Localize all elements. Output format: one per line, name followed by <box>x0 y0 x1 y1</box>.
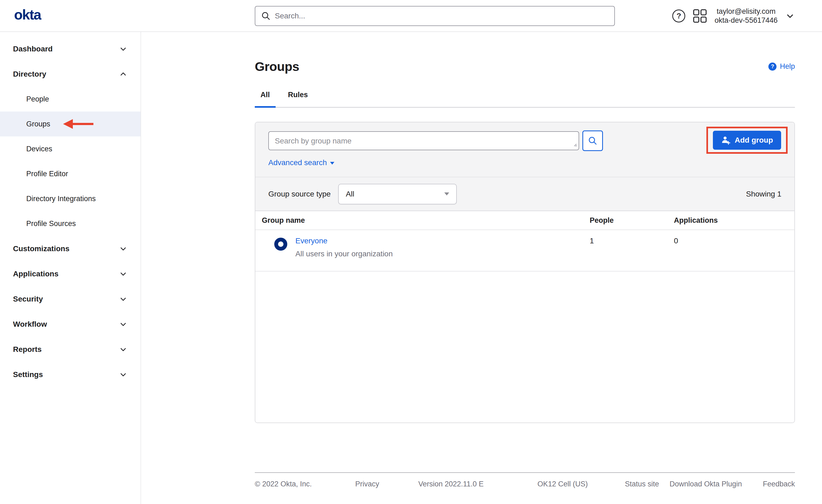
header-actions: ? taylor@elisity.com okta-dev-55617446 <box>672 0 795 32</box>
add-group-label: Add group <box>735 136 773 144</box>
sidebar-item-settings[interactable]: Settings <box>0 362 140 387</box>
resize-handle[interactable] <box>572 142 578 147</box>
search-section: Add group Advanced search <box>255 122 794 177</box>
annotation-box: Add group <box>706 127 788 154</box>
sidebar: Dashboard Directory People Groups Device… <box>0 32 141 504</box>
sidebar-item-directory-integrations[interactable]: Directory Integrations <box>0 186 140 211</box>
sidebar-item-label: Applications <box>13 270 58 278</box>
groups-table: Group name People Applications Everyone … <box>255 210 794 423</box>
group-search-input[interactable] <box>268 131 579 150</box>
sidebar-item-label: Settings <box>13 370 43 379</box>
sidebar-item-reports[interactable]: Reports <box>0 337 140 362</box>
chevron-down-icon <box>119 295 127 303</box>
footer-status-site-link[interactable]: Status site <box>625 480 659 488</box>
footer-cell: OK12 Cell (US) <box>537 480 588 488</box>
caret-down-icon <box>444 192 449 195</box>
group-name-link[interactable]: Everyone <box>295 236 393 245</box>
sidebar-item-security[interactable]: Security <box>0 287 140 312</box>
groups-panel: Add group Advanced search Group source t… <box>255 122 795 423</box>
sidebar-item-groups[interactable]: Groups <box>0 111 140 136</box>
sidebar-item-label: Devices <box>26 145 52 153</box>
source-type-section: Group source type All Showing 1 <box>255 177 794 210</box>
help-icon[interactable]: ? <box>672 9 685 22</box>
advanced-search-link[interactable]: Advanced search <box>268 158 334 167</box>
sidebar-item-label: Groups <box>26 120 50 128</box>
page-title: Groups <box>255 59 299 74</box>
sidebar-item-applications[interactable]: Applications <box>0 261 140 287</box>
tab-rules[interactable]: Rules <box>282 91 314 108</box>
okta-logo[interactable]: okta <box>14 6 41 23</box>
annotation-arrow <box>63 119 93 129</box>
footer-feedback-link[interactable]: Feedback <box>763 480 795 488</box>
source-type-value: All <box>346 190 354 198</box>
footer-privacy-link[interactable]: Privacy <box>355 480 379 488</box>
sidebar-item-label: Security <box>13 295 43 304</box>
sidebar-item-label: People <box>26 95 49 103</box>
help-link-label: Help <box>780 62 795 71</box>
footer-version: Version 2022.11.0 E <box>418 480 484 488</box>
search-button[interactable] <box>582 130 603 151</box>
source-type-label: Group source type <box>268 190 331 198</box>
showing-count: Showing 1 <box>746 190 781 198</box>
chevron-down-icon <box>119 346 127 353</box>
sidebar-item-label: Dashboard <box>13 45 52 53</box>
help-link[interactable]: ? Help <box>768 62 795 71</box>
sidebar-item-profile-editor[interactable]: Profile Editor <box>0 161 140 186</box>
sidebar-item-devices[interactable]: Devices <box>0 136 140 161</box>
account-menu[interactable]: taylor@elisity.com okta-dev-55617446 <box>715 7 778 25</box>
chevron-down-icon <box>119 371 127 378</box>
chevron-down-icon <box>119 245 127 253</box>
group-description: All users in your organization <box>295 249 393 258</box>
footer: © 2022 Okta, Inc. Privacy Version 2022.1… <box>255 472 795 498</box>
tab-all[interactable]: All <box>255 91 276 108</box>
applications-count: 0 <box>674 236 788 245</box>
sidebar-item-workflow[interactable]: Workflow <box>0 312 140 337</box>
table-header: Group name People Applications <box>255 211 794 230</box>
sidebar-item-label: Directory <box>13 70 46 78</box>
chevron-down-icon[interactable] <box>785 11 795 21</box>
advanced-search-label: Advanced search <box>268 158 327 167</box>
sidebar-item-label: Directory Integrations <box>26 194 96 203</box>
apps-grid-icon[interactable] <box>693 9 707 23</box>
sidebar-item-customizations[interactable]: Customizations <box>0 236 140 261</box>
global-search[interactable] <box>255 6 615 26</box>
column-people: People <box>590 216 674 225</box>
add-user-icon <box>721 135 731 145</box>
chevron-up-icon <box>119 70 127 78</box>
sidebar-item-label: Profile Sources <box>26 219 76 228</box>
chevron-down-icon <box>119 270 127 278</box>
help-badge-icon: ? <box>768 62 777 71</box>
sidebar-item-directory[interactable]: Directory <box>0 61 140 87</box>
sidebar-item-label: Customizations <box>13 244 69 253</box>
search-icon <box>261 11 271 21</box>
footer-download-plugin-link[interactable]: Download Okta Plugin <box>670 480 742 488</box>
sidebar-item-label: Workflow <box>13 320 47 329</box>
people-count: 1 <box>590 236 674 245</box>
account-org: okta-dev-55617446 <box>715 16 778 25</box>
search-icon <box>588 136 597 145</box>
add-group-button[interactable]: Add group <box>713 131 781 150</box>
column-applications: Applications <box>674 216 788 225</box>
account-email: taylor@elisity.com <box>715 7 778 16</box>
sidebar-item-label: Reports <box>13 345 42 354</box>
caret-down-icon <box>330 162 334 164</box>
sidebar-item-people[interactable]: People <box>0 87 140 111</box>
sidebar-item-profile-sources[interactable]: Profile Sources <box>0 211 140 236</box>
group-icon <box>274 237 287 250</box>
tab-bar: All Rules <box>255 91 795 108</box>
top-header: okta ? taylor@elisity.com okta-dev-55617… <box>0 0 822 32</box>
global-search-input[interactable] <box>275 12 608 20</box>
footer-copyright: © 2022 Okta, Inc. <box>255 480 312 488</box>
source-type-select[interactable]: All <box>338 184 457 204</box>
chevron-down-icon <box>119 45 127 53</box>
chevron-down-icon <box>119 321 127 328</box>
sidebar-item-dashboard[interactable]: Dashboard <box>0 36 140 61</box>
sidebar-item-label: Profile Editor <box>26 170 68 178</box>
table-row: Everyone All users in your organization … <box>255 230 794 272</box>
main-content: Groups ? Help All Rules <box>141 32 822 504</box>
column-group-name: Group name <box>262 216 590 225</box>
